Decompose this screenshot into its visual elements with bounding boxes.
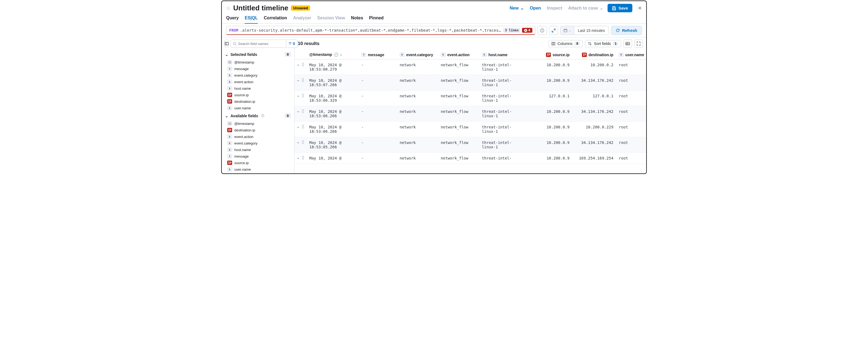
date-picker[interactable]: ⌄ Last 15 minutes (560, 26, 609, 35)
cell-source-ip: 10.200.0.9 (537, 137, 572, 152)
cell-source-ip: 10.200.0.9 (537, 121, 572, 137)
cell-destination-ip: 34.134.176.242 (572, 137, 616, 152)
col-destination-ip[interactable]: IP destination.ip (572, 50, 616, 59)
expand-row-icon[interactable]: ↗ (296, 125, 301, 129)
field-item[interactable]: IPsource.ip (222, 92, 294, 98)
cell-user-name: root (616, 90, 646, 106)
refresh-button[interactable]: Refresh (611, 26, 642, 35)
new-button[interactable]: New ⌄ (508, 4, 526, 12)
svg-rect-4 (564, 29, 567, 32)
sidebar-collapse-icon (225, 42, 228, 46)
chevron-down-icon: ⌄ (568, 29, 571, 32)
date-quick-select[interactable]: ⌄ (560, 26, 574, 35)
row-checkbox[interactable] (302, 94, 304, 97)
tab-pinned[interactable]: Pinned (369, 14, 383, 24)
columns-label: Columns (557, 41, 572, 46)
row-checkbox[interactable] (302, 109, 304, 113)
save-button[interactable]: Save (608, 4, 632, 12)
expand-query-button[interactable] (549, 26, 558, 35)
tab-query[interactable]: Query (226, 14, 239, 24)
info-icon[interactable]: ⓘ (261, 114, 264, 118)
field-item[interactable]: kevent.action (222, 79, 294, 85)
available-fields-header[interactable]: ⌄ Available fields ⓘ 8 (222, 111, 294, 120)
field-item[interactable]: khost.name (222, 85, 294, 92)
cell-event-category: network (397, 152, 438, 164)
tab-session-view: Session View (317, 14, 345, 24)
toggle-sidebar-button[interactable] (224, 39, 229, 48)
expand-row-icon[interactable]: ↗ (296, 93, 301, 98)
cell-message: - (359, 137, 397, 152)
field-item[interactable]: tmessage (222, 153, 294, 159)
lines-badge: 3 lines (503, 28, 520, 33)
filter-icon (288, 42, 292, 45)
row-checkbox[interactable] (302, 63, 304, 66)
col-event-category[interactable]: k event.category (397, 50, 438, 59)
expand-row-icon[interactable]: ↗ (296, 140, 301, 145)
tab-notes[interactable]: Notes (351, 14, 363, 24)
col-event-action[interactable]: k event.action (438, 50, 479, 59)
field-label: event.action (234, 80, 253, 84)
row-checkbox[interactable] (302, 78, 304, 82)
row-checkbox[interactable] (302, 125, 304, 128)
open-button[interactable]: Open (528, 5, 543, 12)
field-item[interactable]: kuser.name (222, 166, 294, 173)
expand-row-icon[interactable]: ↗ (296, 156, 301, 160)
field-item[interactable]: IPdestination.ip (222, 98, 294, 105)
field-label: user.name (234, 106, 251, 110)
cell-message: - (359, 90, 397, 106)
row-checkbox[interactable] (302, 156, 304, 159)
cell-host-name: threat-intel- linux-1 (479, 121, 537, 137)
field-item[interactable]: IPdestination.ip (222, 127, 294, 133)
field-item[interactable]: khost.name (222, 146, 294, 153)
field-item[interactable]: kuser.name (222, 105, 294, 111)
field-item[interactable]: kevent.category (222, 140, 294, 146)
field-item[interactable]: kevent.action (222, 133, 294, 140)
unsaved-badge: Unsaved (291, 5, 310, 11)
field-item[interactable]: kevent.category (222, 72, 294, 79)
field-item[interactable]: @timestamp (222, 59, 294, 65)
col-timestamp[interactable]: @timestamp 🕘 ↓ (307, 50, 359, 59)
col-user-name[interactable]: k user.name (616, 50, 646, 59)
field-search-input[interactable] (238, 42, 284, 46)
query-help-button[interactable] (537, 26, 547, 35)
date-range-label[interactable]: Last 15 minutes (574, 26, 609, 35)
field-item[interactable]: tmessage (222, 65, 294, 72)
field-item[interactable]: @timestamp (222, 120, 294, 127)
selected-fields-header[interactable]: ⌄ Selected fields 8 (222, 50, 294, 59)
close-icon[interactable]: ✕ (638, 5, 642, 11)
row-checkbox[interactable] (302, 141, 304, 144)
field-label: @timestamp (234, 60, 254, 64)
field-label: destination.ip (234, 128, 255, 132)
sort-fields-button[interactable]: Sort fields 1 (585, 40, 621, 47)
cell-timestamp: May 10, 2024 @ 18:53:06.266 (307, 106, 359, 121)
results-table: @timestamp 🕘 ↓ t message k event.categor… (294, 50, 646, 164)
field-label: source.ip (234, 161, 249, 165)
col-message[interactable]: t message (359, 50, 397, 59)
tab-esql[interactable]: ES|QL (245, 14, 258, 24)
cell-user-name: root (616, 121, 646, 137)
expand-icon (552, 29, 556, 32)
table-body: ↗ May 10, 2024 @ 18:53:08.279 - network … (294, 59, 646, 164)
expand-row-icon[interactable]: ↗ (296, 109, 301, 113)
display-options-button[interactable] (623, 39, 632, 48)
error-badge[interactable]: 4 (522, 28, 532, 33)
field-search-box[interactable] (230, 39, 286, 48)
table-header-row: @timestamp 🕘 ↓ t message k event.categor… (294, 50, 646, 59)
cell-message: - (359, 106, 397, 121)
columns-button[interactable]: Columns 8 (549, 40, 583, 47)
cell-source-ip: 10.200.0.9 (537, 152, 572, 164)
tab-correlation[interactable]: Correlation (264, 14, 287, 24)
col-host-name[interactable]: k host.name (479, 50, 537, 59)
cell-destination-ip: 34.134.176.242 (572, 75, 616, 90)
fullscreen-button[interactable] (634, 39, 643, 48)
cell-source-ip: 10.200.0.9 (537, 59, 572, 75)
expand-row-icon[interactable]: ↗ (296, 78, 301, 82)
col-source-ip[interactable]: IP source.ip (537, 50, 572, 59)
expand-row-icon[interactable]: ↗ (296, 62, 301, 67)
esql-query-input[interactable]: FROM .alerts-security.alerts-default,apm… (226, 26, 535, 35)
text-type-icon: t (227, 66, 232, 71)
favorite-star-icon[interactable]: ☆ (226, 5, 230, 11)
cell-event-action: network_flow (438, 106, 479, 121)
field-item[interactable]: IPsource.ip (222, 159, 294, 166)
ip-type-icon: IP (227, 99, 232, 103)
